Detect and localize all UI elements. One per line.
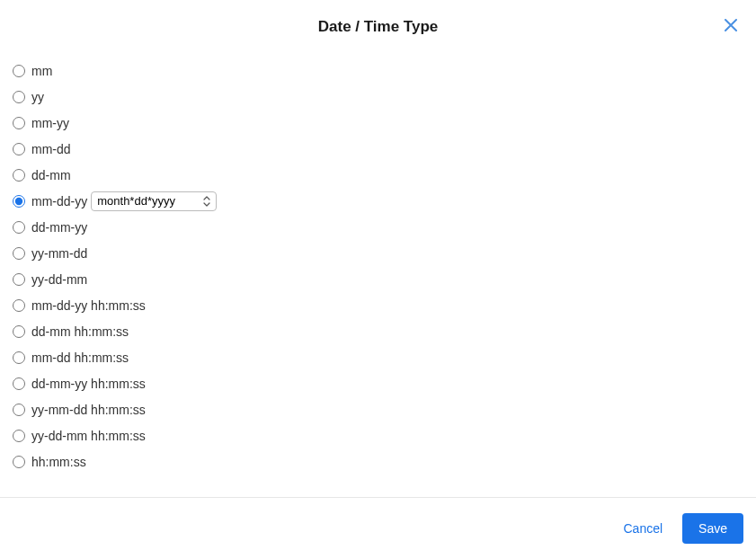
label-mm-yy: mm-yy [31, 116, 69, 130]
radio-mm-dd[interactable] [13, 143, 25, 155]
label-mm-dd: mm-dd [31, 142, 71, 156]
label-dd-mm-yy: dd-mm-yy [31, 220, 87, 235]
option-yy-mm-dd-hhmmss[interactable]: yy-mm-dd hh:mm:ss [13, 396, 743, 422]
save-button[interactable]: Save [682, 513, 743, 544]
label-yy-dd-mm: yy-dd-mm [31, 272, 87, 287]
radio-yy-mm-dd-hhmmss[interactable] [13, 404, 25, 416]
label-hhmmss: hh:mm:ss [31, 455, 86, 469]
label-dd-mm-hhmmss: dd-mm hh:mm:ss [31, 324, 129, 339]
label-mm: mm [31, 64, 52, 78]
label-yy-mm-dd: yy-mm-dd [31, 246, 87, 261]
radio-dd-mm-yy-hhmmss[interactable] [13, 377, 25, 390]
option-yy[interactable]: yy [13, 84, 743, 110]
option-mm-yy[interactable]: mm-yy [13, 110, 743, 136]
label-mm-dd-yy-hhmmss: mm-dd-yy hh:mm:ss [31, 298, 146, 313]
label-dd-mm: dd-mm [31, 168, 71, 182]
label-dd-mm-yy-hhmmss: dd-mm-yy hh:mm:ss [31, 377, 146, 391]
date-time-type-dialog: Date / Time Type mm yy mm-yy mm-dd dd-mm [0, 0, 756, 559]
option-yy-dd-mm[interactable]: yy-dd-mm [13, 266, 743, 292]
option-hhmmss[interactable]: hh:mm:ss [13, 448, 743, 475]
radio-mm-dd-hhmmss[interactable] [13, 351, 25, 364]
label-yy-mm-dd-hhmmss: yy-mm-dd hh:mm:ss [31, 403, 146, 417]
option-mm-dd[interactable]: mm-dd [13, 136, 743, 162]
option-dd-mm-hhmmss[interactable]: dd-mm hh:mm:ss [13, 318, 743, 344]
label-mm-dd-yy: mm-dd-yy [31, 194, 87, 209]
radio-hhmmss[interactable] [13, 456, 25, 468]
option-dd-mm[interactable]: dd-mm [13, 162, 743, 188]
radio-yy-mm-dd[interactable] [13, 247, 25, 260]
dialog-footer: Cancel Save [0, 497, 756, 559]
option-mm-dd-hhmmss[interactable]: mm-dd hh:mm:ss [13, 344, 743, 370]
radio-mm-dd-yy-hhmmss[interactable] [13, 299, 25, 312]
option-dd-mm-yy-hhmmss[interactable]: dd-mm-yy hh:mm:ss [13, 370, 743, 396]
radio-dd-mm-yy[interactable] [13, 221, 25, 234]
option-mm-dd-yy-hhmmss[interactable]: mm-dd-yy hh:mm:ss [13, 292, 743, 318]
close-button[interactable] [722, 16, 740, 34]
option-mm-dd-yy[interactable]: mm-dd-yy month*dd*yyyy [13, 188, 743, 214]
dialog-header: Date / Time Type [0, 0, 756, 58]
radio-yy-dd-mm-hhmmss[interactable] [13, 430, 25, 442]
radio-dd-mm-hhmmss[interactable] [13, 325, 25, 338]
option-yy-dd-mm-hhmmss[interactable]: yy-dd-mm hh:mm:ss [13, 422, 743, 448]
dialog-title: Date / Time Type [0, 18, 756, 36]
format-dropdown[interactable]: month*dd*yyyy [91, 191, 217, 211]
radio-mm-yy[interactable] [13, 117, 25, 129]
close-icon [725, 19, 737, 31]
option-mm[interactable]: mm [13, 58, 743, 84]
label-yy: yy [31, 90, 44, 104]
radio-yy[interactable] [13, 91, 25, 103]
options-list: mm yy mm-yy mm-dd dd-mm mm-dd-yy month*d… [0, 58, 756, 497]
option-yy-mm-dd[interactable]: yy-mm-dd [13, 240, 743, 266]
radio-yy-dd-mm[interactable] [13, 273, 25, 286]
radio-dd-mm[interactable] [13, 169, 25, 182]
option-dd-mm-yy[interactable]: dd-mm-yy [13, 214, 743, 240]
label-yy-dd-mm-hhmmss: yy-dd-mm hh:mm:ss [31, 429, 146, 443]
radio-mm-dd-yy[interactable] [13, 195, 25, 208]
label-mm-dd-hhmmss: mm-dd hh:mm:ss [31, 350, 129, 365]
radio-mm[interactable] [13, 65, 25, 77]
cancel-button[interactable]: Cancel [619, 514, 666, 543]
